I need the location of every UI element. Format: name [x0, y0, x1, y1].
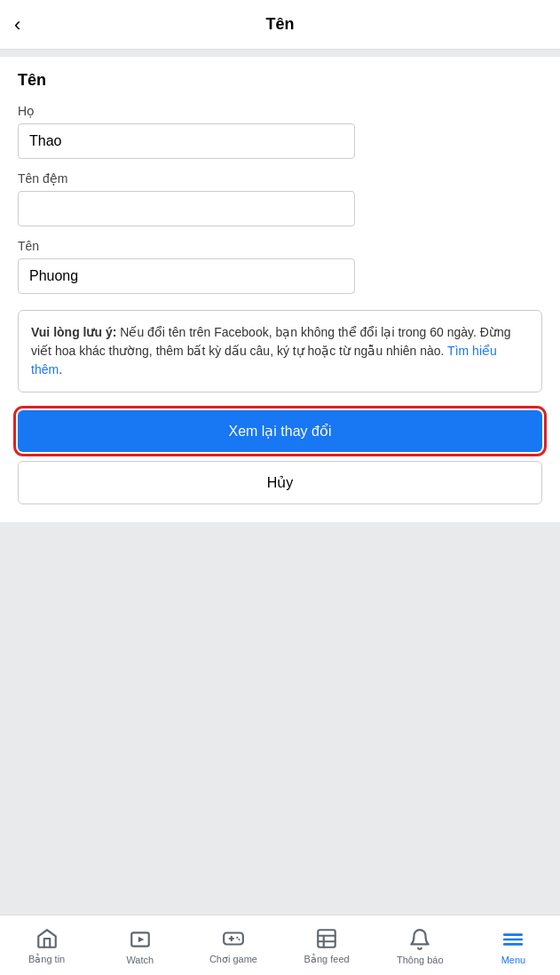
svg-point-5: [236, 937, 238, 939]
menu-icon: [501, 928, 525, 951]
nav-item-thong-bao[interactable]: Thông báo: [374, 916, 467, 975]
main-content: Tên Họ Tên đệm Tên Vui lòng lưu ý: Nếu đ…: [0, 50, 560, 915]
cancel-button[interactable]: Hủy: [18, 461, 542, 504]
notice-link-suffix: .: [59, 362, 62, 377]
nav-item-bang-feed[interactable]: Bảng feed: [280, 916, 374, 975]
feed-icon: [315, 927, 338, 950]
bottom-navigation: Bảng tin Watch Chơi game: [0, 915, 560, 975]
label-ten: Tên: [18, 239, 542, 253]
nav-label-thong-bao: Thông báo: [397, 955, 444, 965]
nav-label-bang-tin: Bảng tin: [28, 954, 65, 965]
game-icon: [222, 927, 245, 950]
input-ten-dem[interactable]: [18, 191, 355, 226]
nav-label-menu: Menu: [501, 955, 526, 965]
page-title: Tên: [265, 15, 294, 34]
form-card: Tên Họ Tên đệm Tên Vui lòng lưu ý: Nếu đ…: [0, 57, 560, 522]
bell-icon: [408, 928, 431, 951]
svg-marker-1: [138, 936, 145, 942]
notice-bold: Vui lòng lưu ý:: [31, 325, 116, 339]
label-ho: Họ: [18, 104, 542, 118]
input-ten[interactable]: [18, 258, 355, 294]
nav-item-menu[interactable]: Menu: [467, 916, 560, 975]
input-ho[interactable]: [18, 123, 355, 159]
watch-icon: [129, 928, 152, 951]
svg-rect-7: [318, 930, 335, 947]
nav-item-bang-tin[interactable]: Bảng tin: [0, 916, 93, 975]
notice-box: Vui lòng lưu ý: Nếu đổi tên trên Faceboo…: [18, 310, 542, 392]
label-ten-dem: Tên đệm: [18, 171, 542, 186]
svg-point-6: [238, 939, 240, 940]
review-changes-button[interactable]: Xem lại thay đổi: [18, 410, 542, 452]
nav-item-choi-game[interactable]: Chơi game: [186, 916, 280, 975]
nav-label-bang-feed: Bảng feed: [304, 954, 350, 965]
nav-item-watch[interactable]: Watch: [93, 916, 186, 975]
header: ‹ Tên: [0, 0, 560, 50]
nav-label-watch: Watch: [126, 955, 154, 965]
nav-label-choi-game: Chơi game: [209, 954, 257, 965]
form-title: Tên: [18, 71, 542, 90]
home-icon: [35, 927, 59, 950]
back-button[interactable]: ‹: [14, 13, 20, 36]
